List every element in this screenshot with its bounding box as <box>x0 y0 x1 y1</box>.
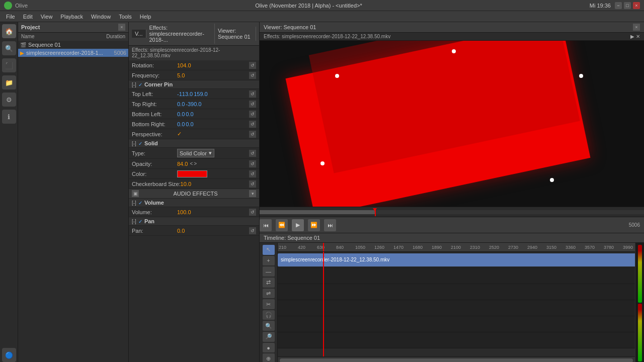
bottom-left-x[interactable]: 0.0 <box>177 111 185 117</box>
top-left-y[interactable]: 159.0 <box>194 91 208 97</box>
menu-window[interactable]: Window <box>87 13 115 21</box>
activity-info[interactable]: ℹ <box>2 110 16 124</box>
maximize-button[interactable]: □ <box>624 2 631 9</box>
tool-dot[interactable]: ● <box>263 343 275 353</box>
close-button[interactable]: × <box>633 2 640 9</box>
topbar: Olive Olive (November 2018 | Alpha) - <u… <box>0 0 644 11</box>
top-right-x[interactable]: 0.0 <box>177 101 185 107</box>
solid-label: Solid <box>144 140 158 146</box>
color-label: Color: <box>132 171 177 177</box>
tool-select[interactable]: ↖ <box>263 245 275 255</box>
bottom-right-x[interactable]: 0.0 <box>177 121 185 127</box>
audio-effects-btn[interactable]: ▾ <box>249 190 256 197</box>
viewer-close-btn[interactable]: × <box>633 24 640 31</box>
pan-check: ✓ <box>138 219 142 224</box>
tool-zoom-out[interactable]: 🔎 <box>263 332 275 342</box>
effects-tab-viewer[interactable]: Viewer: Sequence 01 <box>215 27 256 41</box>
color-reset[interactable]: ↺ <box>249 170 256 177</box>
menu-view[interactable]: View <box>37 13 57 21</box>
corner-handle-tl[interactable] <box>335 74 339 78</box>
viewer-canvas <box>260 41 644 207</box>
tool-audio[interactable]: 🎧 <box>263 310 275 320</box>
activity-terminal[interactable]: ⬛ <box>2 58 16 72</box>
corner-handle-tm[interactable] <box>452 49 456 53</box>
menu-playback[interactable]: Playback <box>56 13 87 21</box>
step-fwd-button[interactable]: ⏩ <box>308 219 320 231</box>
ruler-mark-14: 3150 <box>546 245 556 250</box>
viewer-timecode-label: Effects: simplescreenrecorder-2018-12-22… <box>264 34 390 39</box>
bottom-right-y[interactable]: 0.0 <box>186 121 193 127</box>
top-left-x[interactable]: -113.0 <box>177 91 193 97</box>
opacity-label: Opacity: <box>132 161 177 167</box>
timeline-cursor-ruler <box>323 243 324 251</box>
ruler-marks-container: 210 420 630 840 1050 1260 1470 1680 1890… <box>278 243 635 251</box>
menu-file[interactable]: File <box>2 13 19 21</box>
menu-help[interactable]: Help <box>136 13 155 21</box>
activity-home[interactable]: 🏠 <box>2 24 16 38</box>
play-button[interactable]: ▶ <box>292 219 304 231</box>
corner-handle-tr[interactable] <box>579 74 583 78</box>
solid-section[interactable]: [-] ✓ Solid <box>129 139 259 148</box>
activity-folder[interactable]: 📁 <box>2 75 16 89</box>
activity-settings[interactable]: ⚙ <box>2 93 16 107</box>
volume-section[interactable]: [-] ✓ Volume <box>129 199 259 207</box>
perspective-value[interactable]: ✓ <box>177 131 182 137</box>
volume-value[interactable]: 100.0 <box>177 209 191 215</box>
corner-handle-br[interactable] <box>550 178 554 182</box>
ruler-mark-12: 2730 <box>508 245 518 250</box>
video-clip[interactable]: simplescreenrecorder-2018-12-22_12.38.50… <box>278 253 635 266</box>
opacity-increase[interactable]: > <box>194 161 197 166</box>
track-empty-2 <box>278 316 635 332</box>
tool-slip[interactable]: ⇄ <box>263 278 275 288</box>
opacity-decrease[interactable]: < <box>190 161 193 166</box>
checkerboard-reset[interactable]: ↺ <box>249 180 256 188</box>
go-start-button[interactable]: ⏮ <box>260 219 272 231</box>
activity-search[interactable]: 🔍 <box>2 41 16 55</box>
pan-reset[interactable]: ↺ <box>249 227 256 234</box>
tool-zoom-in[interactable]: 🔍 <box>263 321 275 331</box>
timeline-scrollbar-thumb[interactable] <box>280 358 633 363</box>
bottom-left-y[interactable]: 0.0 <box>186 111 193 117</box>
rotation-reset[interactable]: ↺ <box>249 62 256 69</box>
corner-handle-bl[interactable] <box>320 161 325 165</box>
bottom-right-reset[interactable]: ↺ <box>249 121 256 128</box>
menu-edit[interactable]: Edit <box>19 13 37 21</box>
top-right-y[interactable]: -390.0 <box>186 101 201 107</box>
tool-link[interactable]: ⇌ <box>263 289 275 299</box>
pan-value[interactable]: 0.0 <box>177 228 185 234</box>
type-dropdown[interactable]: Solid Color ▾ <box>177 149 214 157</box>
pan-section[interactable]: [-] ✓ Pan <box>129 217 259 226</box>
type-reset[interactable]: ↺ <box>249 150 256 157</box>
effects-tab-effects[interactable]: Effects: simplescreenrecorder-2018-... <box>146 24 215 44</box>
frequency-value[interactable]: 5.0 <box>177 72 185 78</box>
project-item-video[interactable]: ▶ simplescreenrecorder-2018-1... 5006 <box>18 49 128 57</box>
project-item-sequence[interactable]: 🎬 Sequence 01 <box>18 41 128 49</box>
top-right-reset[interactable]: ↺ <box>249 101 256 108</box>
menu-tools[interactable]: Tools <box>115 13 136 21</box>
rotation-value[interactable]: 104.0 <box>177 62 191 68</box>
top-left-reset[interactable]: ↺ <box>249 90 256 98</box>
viewer-progress-bar[interactable] <box>260 207 644 217</box>
volume-reset[interactable]: ↺ <box>249 209 256 216</box>
checkerboard-value[interactable]: 10.0 <box>181 181 191 187</box>
sequence-name: Sequence 01 <box>28 42 126 48</box>
tool-plus2[interactable]: ⊕ <box>263 353 275 362</box>
activity-extra[interactable]: 🔵 <box>2 348 16 362</box>
go-end-button[interactable]: ⏭ <box>324 219 336 231</box>
minimize-button[interactable]: − <box>615 2 622 9</box>
opacity-value[interactable]: 84.0 <box>177 161 188 167</box>
tool-ripple[interactable]: — <box>263 266 275 277</box>
color-swatch[interactable] <box>177 170 207 177</box>
frequency-reset[interactable]: ↺ <box>249 72 256 79</box>
audio-track-2 <box>278 284 635 300</box>
corner-pin-section[interactable]: [-] ✓ Corner Pin <box>129 80 259 89</box>
effects-tab-v[interactable]: V... <box>132 30 146 38</box>
opacity-reset[interactable]: ↺ <box>249 160 256 167</box>
step-back-button[interactable]: ⏪ <box>276 219 288 231</box>
tool-blade[interactable]: ✂ <box>263 299 275 309</box>
project-close-btn[interactable]: × <box>118 24 125 31</box>
perspective-reset[interactable]: ↺ <box>249 131 256 138</box>
video-duration: 5006 <box>114 50 126 56</box>
bottom-left-reset[interactable]: ↺ <box>249 111 256 118</box>
tool-add[interactable]: + <box>263 256 275 266</box>
